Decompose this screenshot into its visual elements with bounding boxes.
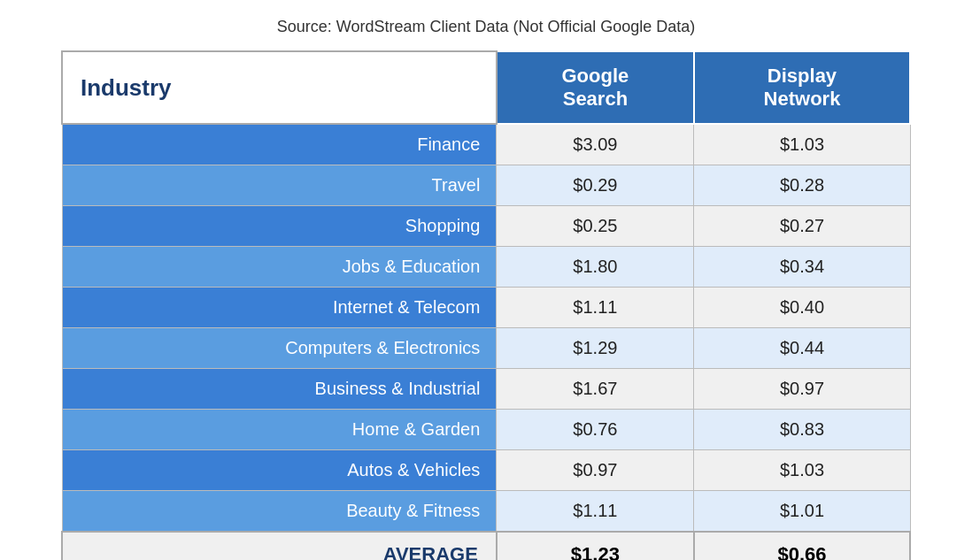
row-google-search-value: $0.25 bbox=[497, 206, 694, 247]
average-display-network: $0.66 bbox=[694, 532, 910, 560]
row-display-network-value: $0.40 bbox=[694, 288, 910, 328]
row-industry-label: Beauty & Fitness bbox=[62, 491, 497, 533]
row-display-network-value: $0.44 bbox=[694, 328, 910, 369]
row-display-network-value: $0.27 bbox=[694, 206, 910, 247]
row-display-network-value: $0.34 bbox=[694, 247, 910, 288]
average-google-search: $1.23 bbox=[497, 532, 694, 560]
table-row: Travel$0.29$0.28 bbox=[62, 165, 910, 206]
row-google-search-value: $0.97 bbox=[497, 450, 694, 491]
row-industry-label: Autos & Vehicles bbox=[62, 450, 497, 491]
source-label: Source: WordStream Client Data (Not Offi… bbox=[277, 18, 696, 36]
row-industry-label: Shopping bbox=[62, 206, 497, 247]
table-row: Autos & Vehicles$0.97$1.03 bbox=[62, 450, 910, 491]
average-row: AVERAGE $1.23 $0.66 bbox=[62, 532, 910, 560]
display-network-column-header: DisplayNetwork bbox=[694, 51, 910, 124]
table-row: Beauty & Fitness$1.11$1.01 bbox=[62, 491, 910, 533]
row-google-search-value: $1.80 bbox=[497, 247, 694, 288]
row-display-network-value: $0.97 bbox=[694, 369, 910, 410]
row-display-network-value: $1.03 bbox=[694, 124, 910, 165]
row-industry-label: Computers & Electronics bbox=[62, 328, 497, 369]
row-google-search-value: $1.11 bbox=[497, 288, 694, 328]
data-table-wrapper: Industry GoogleSearch DisplayNetwork Fin… bbox=[61, 50, 911, 560]
table-row: Finance$3.09$1.03 bbox=[62, 124, 910, 165]
row-industry-label: Internet & Telecom bbox=[62, 288, 497, 328]
row-display-network-value: $1.03 bbox=[694, 450, 910, 491]
table-row: Computers & Electronics$1.29$0.44 bbox=[62, 328, 910, 369]
row-google-search-value: $0.76 bbox=[497, 410, 694, 450]
row-industry-label: Finance bbox=[62, 124, 497, 165]
row-google-search-value: $0.29 bbox=[497, 165, 694, 206]
table-row: Home & Garden$0.76$0.83 bbox=[62, 410, 910, 450]
table-row: Shopping$0.25$0.27 bbox=[62, 206, 910, 247]
cpc-table: Industry GoogleSearch DisplayNetwork Fin… bbox=[61, 50, 911, 560]
row-google-search-value: $3.09 bbox=[497, 124, 694, 165]
average-label: AVERAGE bbox=[62, 532, 497, 560]
table-row: Internet & Telecom$1.11$0.40 bbox=[62, 288, 910, 328]
row-industry-label: Business & Industrial bbox=[62, 369, 497, 410]
row-google-search-value: $1.29 bbox=[497, 328, 694, 369]
google-search-column-header: GoogleSearch bbox=[497, 51, 694, 124]
industry-column-header: Industry bbox=[62, 51, 497, 124]
row-industry-label: Jobs & Education bbox=[62, 247, 497, 288]
table-row: Business & Industrial$1.67$0.97 bbox=[62, 369, 910, 410]
row-industry-label: Home & Garden bbox=[62, 410, 497, 450]
row-display-network-value: $1.01 bbox=[694, 491, 910, 533]
row-industry-label: Travel bbox=[62, 165, 497, 206]
row-google-search-value: $1.11 bbox=[497, 491, 694, 533]
table-row: Jobs & Education$1.80$0.34 bbox=[62, 247, 910, 288]
row-display-network-value: $0.83 bbox=[694, 410, 910, 450]
row-google-search-value: $1.67 bbox=[497, 369, 694, 410]
row-display-network-value: $0.28 bbox=[694, 165, 910, 206]
